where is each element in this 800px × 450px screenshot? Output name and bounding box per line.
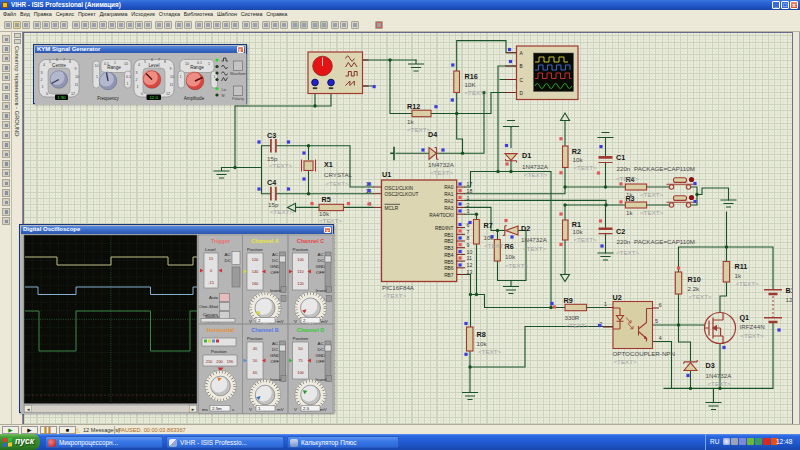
svg-text:2.5: 2.5 — [303, 406, 310, 411]
svg-text:Horizontal: Horizontal — [207, 326, 235, 332]
svg-text:V: V — [249, 318, 252, 323]
svg-text:Position: Position — [247, 247, 263, 252]
svg-text:10: 10 — [185, 61, 189, 65]
svg-text:DC: DC — [272, 258, 278, 263]
svg-text:12: 12 — [166, 92, 170, 96]
svg-text:8: 8 — [164, 60, 166, 64]
svg-text:M: M — [222, 94, 225, 98]
svg-text:mV: mV — [277, 406, 284, 411]
svg-text:10: 10 — [124, 61, 128, 65]
svg-text:V: V — [249, 406, 252, 411]
svg-text:Invert: Invert — [316, 287, 328, 292]
svg-text:Position: Position — [293, 336, 309, 341]
svg-text:3: 3 — [136, 71, 138, 75]
svg-text:V: V — [294, 406, 297, 411]
svg-text:OFF: OFF — [271, 270, 280, 275]
svg-text:Channel D: Channel D — [297, 326, 325, 332]
svg-text:1: 1 — [42, 85, 44, 89]
svg-text:V: V — [294, 318, 297, 323]
svg-text:Level: Level — [205, 247, 216, 252]
svg-text:DC: DC — [318, 258, 324, 263]
svg-text:0.1: 0.1 — [126, 75, 131, 79]
svg-text:Range: Range — [190, 64, 204, 69]
svg-text:7: 7 — [158, 58, 160, 62]
svg-text:190: 190 — [227, 358, 234, 363]
svg-text:120: 120 — [297, 280, 304, 285]
svg-text:Auto: Auto — [209, 295, 219, 300]
svg-text:10: 10 — [170, 75, 174, 79]
svg-text:140: 140 — [252, 268, 259, 273]
svg-text:DC: DC — [225, 258, 231, 263]
svg-text:5: 5 — [49, 59, 51, 63]
svg-text:AC: AC — [272, 341, 278, 346]
svg-text:110: 110 — [297, 268, 304, 273]
svg-text:10: 10 — [95, 64, 99, 68]
svg-text:6: 6 — [56, 58, 58, 62]
svg-text:7: 7 — [63, 58, 65, 62]
svg-text:OFF: OFF — [316, 270, 325, 275]
svg-text:Level: Level — [149, 63, 160, 68]
svg-text:50: 50 — [298, 345, 303, 350]
svg-text:2: 2 — [136, 78, 138, 82]
svg-text:GND: GND — [316, 264, 326, 269]
svg-text:Lin: Lin — [222, 87, 227, 91]
svg-text:Range: Range — [107, 64, 121, 69]
svg-text:Invert: Invert — [270, 287, 282, 292]
svg-text:5: 5 — [144, 59, 146, 63]
svg-text:1: 1 — [127, 82, 129, 86]
svg-text:2: 2 — [41, 78, 43, 82]
svg-text:1: 1 — [137, 85, 139, 89]
svg-text:Waveform: Waveform — [230, 71, 246, 75]
svg-text:-15: -15 — [208, 280, 215, 285]
svg-text:Polarity: Polarity — [232, 96, 244, 100]
svg-text:Position: Position — [211, 349, 227, 354]
svg-text:60: 60 — [253, 369, 258, 374]
svg-text:Position: Position — [293, 247, 309, 252]
svg-text:160: 160 — [252, 280, 259, 285]
svg-text:9: 9 — [170, 67, 172, 71]
svg-text:6: 6 — [151, 58, 153, 62]
svg-text:11: 11 — [75, 83, 79, 87]
svg-text:40: 40 — [253, 345, 258, 350]
svg-text:1: 1 — [214, 75, 216, 79]
svg-text:1: 1 — [96, 75, 98, 79]
svg-text:200: 200 — [216, 358, 223, 363]
svg-text:12.0: 12.0 — [149, 95, 158, 100]
svg-text:OFF: OFF — [271, 359, 280, 364]
svg-text:DC: DC — [272, 347, 278, 352]
svg-text:4: 4 — [138, 63, 140, 67]
svg-text:210: 210 — [206, 358, 213, 363]
svg-text:mV: mV — [277, 318, 284, 323]
svg-text:75: 75 — [298, 357, 303, 362]
svg-text:4: 4 — [43, 63, 45, 67]
svg-text:OFF: OFF — [316, 359, 325, 364]
svg-text:Centre: Centre — [52, 63, 66, 68]
svg-text:100: 100 — [297, 369, 304, 374]
svg-text:10: 10 — [75, 75, 79, 79]
svg-text:Amplitude: Amplitude — [184, 95, 205, 100]
svg-text:AC: AC — [225, 252, 231, 257]
svg-text:1: 1 — [208, 61, 210, 65]
svg-text:1.90: 1.90 — [57, 95, 66, 100]
svg-text:Frequency: Frequency — [97, 95, 119, 100]
svg-text:100: 100 — [297, 256, 304, 261]
svg-text:Position: Position — [247, 336, 263, 341]
svg-text:GND: GND — [270, 353, 280, 358]
svg-text:Channel C: Channel C — [297, 237, 325, 243]
svg-text:GND: GND — [316, 353, 326, 358]
svg-text:Channel A: Channel A — [251, 237, 278, 243]
svg-text:Trigger: Trigger — [211, 237, 231, 243]
svg-text:15: 15 — [209, 256, 214, 261]
svg-text:11: 11 — [170, 83, 174, 87]
svg-text:ms: ms — [202, 406, 209, 411]
svg-text:0: 0 — [46, 92, 48, 96]
svg-text:GND: GND — [270, 264, 280, 269]
svg-text:◄: ◄ — [26, 406, 30, 411]
svg-text:50: 50 — [253, 357, 258, 362]
svg-text:3: 3 — [41, 71, 43, 75]
svg-text:12: 12 — [71, 92, 75, 96]
svg-text:0: 0 — [141, 92, 143, 96]
svg-text:One-Shot: One-Shot — [199, 303, 219, 308]
svg-text:AC: AC — [318, 341, 324, 346]
svg-text:8: 8 — [69, 60, 71, 64]
